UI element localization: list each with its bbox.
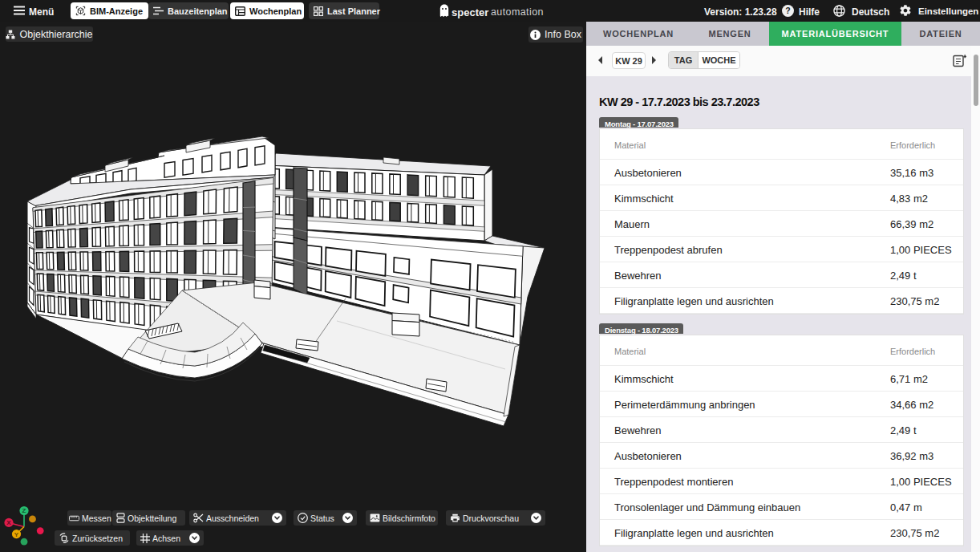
svg-text:Z: Z [22,507,26,514]
svg-text:Y: Y [14,531,19,538]
svg-text:?: ? [785,6,790,15]
svg-text:X: X [6,519,11,526]
